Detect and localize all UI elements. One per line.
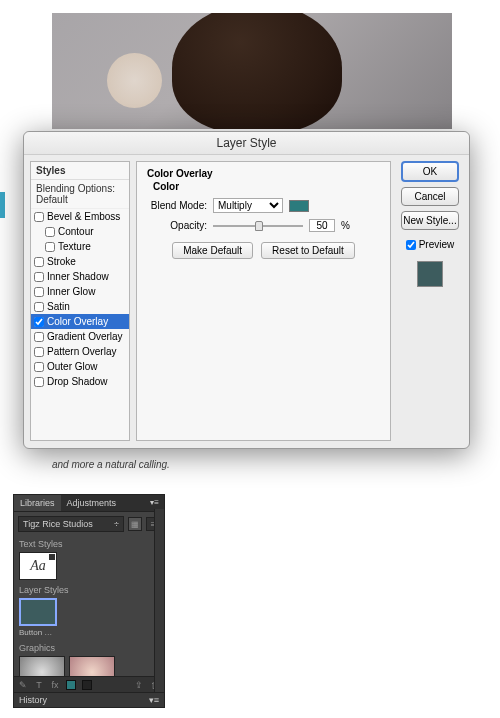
style-label: Stroke (47, 256, 76, 267)
style-item-inner-shadow[interactable]: Inner Shadow (31, 269, 129, 284)
style-checkbox[interactable] (34, 272, 44, 282)
style-checkbox[interactable] (34, 212, 44, 222)
background-photo (52, 13, 452, 129)
preview-swatch (417, 261, 443, 287)
style-label: Color Overlay (47, 316, 108, 327)
style-item-contour[interactable]: Contour (31, 224, 129, 239)
opacity-input[interactable] (309, 219, 335, 232)
dialog-buttons-panel: OK Cancel New Style... Preview (397, 161, 463, 441)
style-label: Gradient Overlay (47, 331, 123, 342)
layer-style-dialog: Layer Style Styles Blending Options: Def… (23, 131, 470, 449)
opacity-unit: % (341, 220, 350, 231)
style-label: Pattern Overlay (47, 346, 116, 357)
group-title: Color Overlay (147, 168, 380, 179)
style-item-stroke[interactable]: Stroke (31, 254, 129, 269)
style-item-pattern-overlay[interactable]: Pattern Overlay (31, 344, 129, 359)
styles-list-panel: Styles Blending Options: Default Bevel &… (30, 161, 130, 441)
style-checkbox[interactable] (34, 257, 44, 267)
style-item-inner-glow[interactable]: Inner Glow (31, 284, 129, 299)
overlay-color-swatch[interactable] (289, 200, 309, 212)
style-item-color-overlay[interactable]: Color Overlay (31, 314, 129, 329)
sub-title: Color (153, 181, 380, 192)
style-checkbox[interactable] (45, 242, 55, 252)
style-item-satin[interactable]: Satin (31, 299, 129, 314)
style-checkbox[interactable] (34, 332, 44, 342)
style-label: Inner Shadow (47, 271, 109, 282)
style-checkbox[interactable] (34, 362, 44, 372)
preview-checkbox[interactable] (406, 240, 416, 250)
dialog-title: Layer Style (24, 132, 469, 155)
accent-bar (0, 192, 5, 218)
style-item-bevel-emboss[interactable]: Bevel & Emboss (31, 209, 129, 224)
style-checkbox[interactable] (34, 317, 44, 327)
style-item-texture[interactable]: Texture (31, 239, 129, 254)
style-checkbox[interactable] (34, 302, 44, 312)
style-label: Drop Shadow (47, 376, 108, 387)
make-default-button[interactable]: Make Default (172, 242, 253, 259)
style-label: Outer Glow (47, 361, 98, 372)
style-checkbox[interactable] (34, 377, 44, 387)
blend-mode-label: Blend Mode: (147, 200, 207, 211)
caption-text: and more a natural calling. (52, 459, 500, 470)
opacity-label: Opacity: (147, 220, 207, 231)
style-item-gradient-overlay[interactable]: Gradient Overlay (31, 329, 129, 344)
opacity-slider[interactable] (213, 220, 303, 232)
blending-options[interactable]: Blending Options: Default (31, 180, 129, 209)
styles-header[interactable]: Styles (31, 162, 129, 180)
reset-default-button[interactable]: Reset to Default (261, 242, 355, 259)
style-item-outer-glow[interactable]: Outer Glow (31, 359, 129, 374)
style-label: Texture (58, 241, 91, 252)
options-panel: Color Overlay Color Blend Mode: Multiply… (136, 161, 391, 441)
style-item-drop-shadow[interactable]: Drop Shadow (31, 374, 129, 389)
style-label: Inner Glow (47, 286, 95, 297)
ok-button[interactable]: OK (401, 161, 459, 182)
new-style-button[interactable]: New Style... (401, 211, 459, 230)
blend-mode-select[interactable]: Multiply (213, 198, 283, 213)
preview-checkbox-row[interactable]: Preview (406, 239, 455, 250)
style-label: Bevel & Emboss (47, 211, 120, 222)
cancel-button[interactable]: Cancel (401, 187, 459, 206)
style-checkbox[interactable] (34, 287, 44, 297)
preview-label: Preview (419, 239, 455, 250)
style-label: Satin (47, 301, 70, 312)
style-label: Contour (58, 226, 94, 237)
style-checkbox[interactable] (45, 227, 55, 237)
style-checkbox[interactable] (34, 347, 44, 357)
